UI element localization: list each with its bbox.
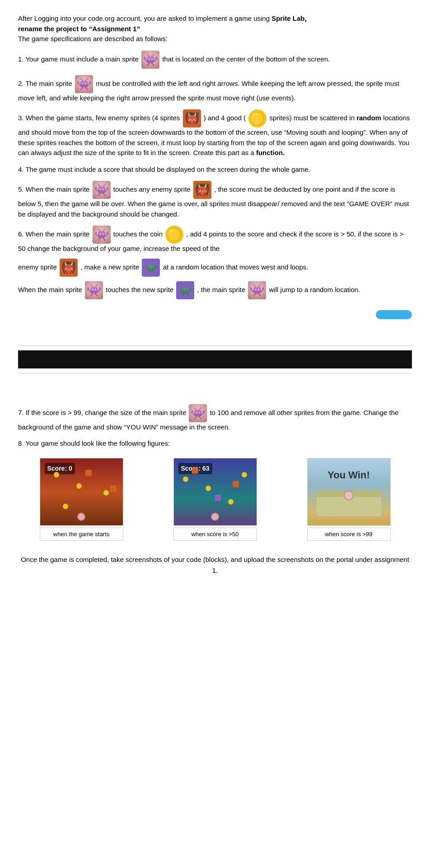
item3-text: 3. When the game starts, few enemy sprit… — [18, 109, 412, 158]
item6-text: 6. When the main sprite touches the coin… — [18, 226, 412, 254]
item5-section: 5. When the main sprite touches any enem… — [18, 181, 412, 219]
screenshot-item-3: You Win! when score is >99 — [285, 458, 412, 541]
screenshot-caption-2: when score is >50 — [173, 528, 257, 541]
item8-text: 8. Your game should look like the follow… — [18, 439, 412, 449]
item3-section: 3. When the game starts, few enemy sprit… — [18, 109, 412, 158]
sc2-coin-4 — [242, 472, 247, 477]
sc1-coin-3 — [103, 490, 109, 495]
new-sprite-icon-1 — [142, 259, 160, 277]
main-sprite-icon-2 — [75, 75, 93, 93]
item6-text3: When the main sprite touches the new spr… — [18, 281, 412, 299]
sc2-main — [211, 513, 219, 521]
divider-thin-2 — [18, 373, 412, 373]
item4-section: 4. The game must include a score that sh… — [18, 165, 412, 175]
screenshot-item-1: Score: 0 when the game starts — [18, 458, 145, 541]
sc2-new-sprite — [215, 495, 221, 501]
screenshots-row: Score: 0 when the game starts Score: 63 — [18, 458, 412, 541]
item7-text: 7. If the score is > 99, change the size… — [18, 404, 412, 433]
item2-section: 2. The main sprite must be controlled wi… — [18, 75, 412, 104]
coin-sprite-icon-1 — [248, 109, 266, 127]
new-sprite-icon-2 — [176, 281, 194, 299]
sc3-main-sprite — [344, 491, 354, 500]
main-sprite-icon-4 — [93, 226, 111, 244]
enemy-sprite-icon-1 — [183, 109, 201, 127]
divider-thin-1 — [18, 345, 412, 346]
sc2-enemy-2 — [233, 481, 239, 487]
intro-rest: The game specifications are described as… — [18, 35, 168, 42]
sc1-main — [77, 513, 85, 521]
item6-text2: enemy sprite , make a new sprite at a ra… — [18, 259, 412, 277]
intro-text: After Logging into your code.org account… — [18, 14, 271, 22]
item4-text: 4. The game must include a score that sh… — [18, 165, 412, 175]
footer-section: Once the game is completed, take screens… — [18, 554, 412, 576]
spacer-area — [18, 306, 412, 342]
sc1-coin-2 — [76, 483, 82, 489]
item1-section: 1. Your game must include a main sprite … — [18, 51, 412, 69]
item8-section: 8. Your game should look like the follow… — [18, 439, 412, 449]
main-sprite-icon-5 — [85, 281, 103, 299]
main-sprite-icon-7 — [189, 404, 207, 422]
win-text: You Win! — [308, 467, 390, 482]
screenshot-image-2: Score: 63 — [173, 458, 257, 526]
score-label-1: Score: 0 — [45, 463, 75, 474]
sc1-enemy-2 — [110, 486, 117, 492]
screenshot-item-2: Score: 63 when score is >50 — [152, 458, 278, 541]
sc1-coin-1 — [54, 472, 59, 477]
item5-text: 5. When the main sprite touches any enem… — [18, 181, 412, 219]
sc2-coin-1 — [183, 476, 188, 482]
intro-bold2: rename the project to “Assignment 1” — [18, 25, 140, 33]
main-sprite-icon-1 — [141, 51, 159, 69]
item1-text: 1. Your game must include a main sprite … — [18, 51, 412, 69]
sc2-coin-2 — [206, 486, 211, 491]
main-sprite-icon-3 — [93, 181, 111, 199]
enemy-sprite-icon-3 — [60, 259, 78, 277]
sc1-enemy-1 — [85, 470, 92, 476]
screenshot-caption-1: when the game starts — [40, 528, 123, 541]
spacer2 — [18, 377, 412, 404]
intro-bold: Sprite Lab, — [271, 14, 307, 22]
footer-text: Once the game is completed, take screens… — [18, 554, 412, 576]
main-sprite-icon-6 — [248, 281, 266, 299]
screenshot-image-1: Score: 0 — [40, 458, 123, 526]
intro-paragraph: After Logging into your code.org account… — [18, 14, 412, 44]
sc2-enemy-1 — [192, 467, 198, 474]
blue-button[interactable] — [376, 310, 412, 319]
screenshot-image-3: You Win! — [307, 458, 391, 526]
page-container: After Logging into your code.org account… — [0, 0, 430, 594]
coin-sprite-icon-2 — [165, 226, 183, 244]
item6-section: 6. When the main sprite touches the coin… — [18, 226, 412, 299]
item7-section: 7. If the score is > 99, change the size… — [18, 404, 412, 433]
divider-thick — [18, 350, 412, 368]
enemy-sprite-icon-2 — [193, 181, 211, 199]
sc1-coin-4 — [63, 504, 68, 509]
screenshot-caption-3: when score is >99 — [307, 528, 391, 541]
intro-section: After Logging into your code.org account… — [18, 14, 412, 44]
item2-text: 2. The main sprite must be controlled wi… — [18, 75, 412, 104]
sc2-coin-3 — [228, 499, 234, 505]
